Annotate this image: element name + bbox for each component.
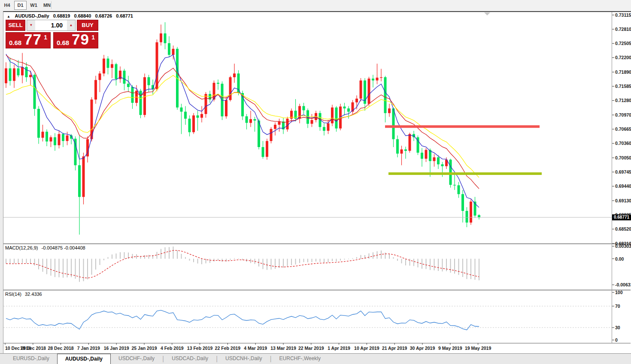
- chart-tab-eurchf[interactable]: EURCHF-,Weekly: [272, 354, 328, 364]
- price-axis-label: 0.70360: [615, 141, 631, 146]
- chart-tab-audusd[interactable]: AUDUSD-,Daily: [57, 354, 111, 364]
- time-axis-label: 4 Mar 2019: [244, 346, 267, 351]
- collapse-panel-icon[interactable]: ▲: [7, 15, 10, 18]
- price-axis-label: 0.73115: [615, 12, 631, 18]
- macd-name: MACD(12,26,9): [5, 245, 38, 250]
- volume-stepper: ▼ ▲: [27, 20, 76, 31]
- time-axis-label: 13 Mar 2019: [270, 346, 296, 351]
- price-axis-label: 0.70970: [615, 112, 631, 117]
- chart-title: ▲ AUDUSD-,Daily 0.68819 0.68840 0.68726 …: [7, 13, 136, 18]
- ma-fast-line: [6, 54, 479, 208]
- price-axis-label: 0.69130: [615, 198, 631, 203]
- sell-price-box[interactable]: 0.68 77 1: [6, 32, 51, 48]
- one-click-trade-panel: SELL ▼ ▲ BUY 0.68 77 1 0.68 79 1: [6, 20, 98, 48]
- volume-input[interactable]: [35, 20, 67, 30]
- rsi-name: RSI(14): [5, 292, 21, 297]
- price-axis-label: 0.71280: [615, 98, 631, 103]
- chart-tab-bar: EURUSD-,DailyAUDUSD-,DailyUSDCHF-,Daily|…: [0, 353, 631, 364]
- volume-up-icon[interactable]: ▲: [67, 20, 75, 30]
- chart-tab-usdchf[interactable]: USDCHF-,Daily: [111, 354, 162, 364]
- buy-price-big: 79: [72, 31, 89, 48]
- open-value: 0.68819: [53, 13, 70, 18]
- buy-button[interactable]: BUY: [77, 20, 98, 31]
- rsi-axis-label: 0: [615, 337, 618, 343]
- time-axis-label: 13 Feb 2019: [187, 346, 213, 351]
- resistance-line[interactable]: [385, 125, 540, 128]
- time-axis-label: 19 May 2019: [465, 346, 491, 351]
- price-axis-label: 0.72505: [615, 41, 631, 46]
- ma-medium-line: [6, 55, 479, 189]
- rsi-line: [6, 310, 479, 330]
- price-axis-label: 0.71585: [615, 84, 631, 89]
- low-value: 0.68726: [95, 13, 112, 18]
- macd-signal-line: [6, 250, 479, 278]
- price-axis-label: 0.71890: [615, 69, 631, 75]
- price-axis-label: 0.70665: [615, 126, 631, 132]
- buy-price-sup: 1: [91, 34, 95, 41]
- price-axis-label: 0.72810: [615, 27, 631, 32]
- chart-tab-eurusd[interactable]: EURUSD-,Daily: [5, 354, 57, 364]
- time-axis-label: 22 Mar 2019: [298, 346, 324, 351]
- sell-price-big: 77: [24, 31, 42, 48]
- price-axis-label: 0.69440: [615, 184, 631, 189]
- time-axis-label: 10 Apr 2019: [354, 346, 379, 351]
- macd-axis-label: 0.00: [615, 256, 624, 262]
- time-axis-label: 22 Feb 2019: [215, 346, 241, 351]
- chart-tab-usdcnh[interactable]: USDCNH-,Daily: [218, 354, 270, 364]
- timeframe-toolbar: H4D1W1MN: [0, 0, 631, 10]
- rsi-axis-label: 70: [615, 304, 620, 309]
- buy-price-box[interactable]: 0.68 79 1: [53, 32, 98, 48]
- close-value: 0.68771: [116, 13, 133, 18]
- time-axis-label: 1 Apr 2019: [328, 346, 350, 351]
- time-axis-label: 21 Apr 2019: [382, 346, 407, 351]
- macd-histogram: [6, 247, 479, 282]
- support-line[interactable]: [388, 172, 542, 175]
- sell-price-small: 0.68: [9, 39, 21, 46]
- rsi-axis-label: 100: [615, 290, 623, 295]
- sell-button[interactable]: SELL: [6, 20, 25, 31]
- chart-shift-marker-icon[interactable]: [484, 12, 490, 15]
- time-axis-label: 25 Jan 2019: [132, 346, 157, 351]
- timeframe-buttons: H4D1W1MN: [0, 0, 631, 10]
- rsi-axis-label: 30: [615, 325, 620, 330]
- macd-values: -0.004875 -0.004408: [41, 245, 85, 250]
- price-axis-label: 0.72200: [615, 55, 631, 60]
- time-axis-label: 19 Dec 2018: [20, 346, 46, 351]
- price-axis-label: 0.69745: [615, 169, 631, 174]
- price-axis-label: 0.68520: [615, 226, 631, 232]
- time-axis-label: 16 Jan 2019: [104, 346, 129, 351]
- rsi-value: 32.4336: [25, 292, 42, 297]
- macd-indicator-label: MACD(12,26,9) -0.004875 -0.004408: [5, 245, 88, 250]
- time-axis-label: 7 Jan 2019: [77, 346, 100, 351]
- high-value: 0.68840: [74, 13, 91, 18]
- price-axis-label: 0.70050: [615, 155, 631, 160]
- time-axis-label: 4 Feb 2019: [161, 346, 184, 351]
- buy-price-small: 0.68: [57, 39, 69, 46]
- mt4-terminal: H4D1W1MN ▲ AUDUSD-,Daily 0.68819 0.68840…: [0, 0, 631, 364]
- timeframe-button-d1[interactable]: D1: [14, 1, 27, 10]
- timeframe-button-h4[interactable]: H4: [1, 1, 13, 10]
- volume-down-icon[interactable]: ▼: [27, 20, 35, 30]
- macd-axis-label: 0.003035: [615, 244, 631, 249]
- timeframe-button-w1[interactable]: W1: [27, 1, 40, 10]
- rsi-indicator-label: RSI(14) 32.4336: [5, 292, 44, 297]
- time-axis-label: 9 May 2019: [438, 346, 462, 351]
- time-axis-label: 30 Apr 2019: [410, 346, 435, 351]
- time-axis-label: 28 Dec 2018: [48, 346, 74, 351]
- chart-tab-usdcad[interactable]: USDCAD-,Daily: [164, 354, 216, 364]
- candlestick-series: [5, 22, 480, 235]
- chart-canvas: [0, 0, 631, 364]
- macd-axis-label: -0.006311: [615, 282, 631, 287]
- symbol-label: AUDUSD-,Daily: [15, 13, 49, 18]
- current-price-tag: 0.68771: [612, 214, 631, 220]
- toolbar-separator: [51, 1, 52, 9]
- sell-price-sup: 1: [44, 34, 47, 41]
